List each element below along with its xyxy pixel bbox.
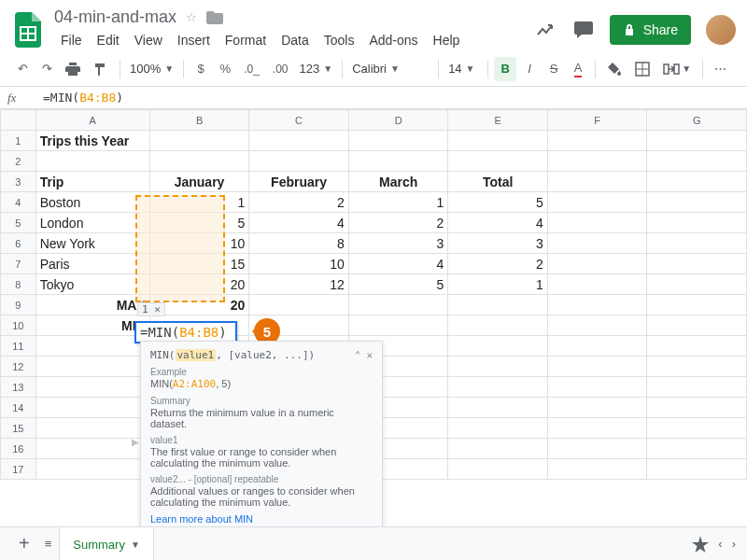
- menu-view[interactable]: View: [128, 29, 169, 51]
- move-folder-icon[interactable]: [206, 11, 223, 24]
- comments-icon[interactable]: [572, 19, 595, 41]
- row-15[interactable]: 15: [1, 418, 36, 439]
- row-11[interactable]: 11: [1, 336, 36, 357]
- scroll-right-icon[interactable]: ›: [732, 537, 736, 551]
- italic-button[interactable]: I: [518, 57, 541, 81]
- star-icon[interactable]: ☆: [186, 10, 197, 24]
- cell-D6[interactable]: 3: [348, 233, 448, 254]
- document-title[interactable]: 04-min-and-max: [54, 7, 176, 27]
- cell-A6[interactable]: New York: [35, 233, 149, 254]
- cell-C3[interactable]: February: [249, 172, 349, 192]
- row-5[interactable]: 5: [1, 213, 36, 233]
- all-sheets-button[interactable]: ≡: [37, 533, 60, 554]
- zoom-select[interactable]: 100%▼: [126, 60, 177, 77]
- avatar[interactable]: [706, 15, 736, 45]
- add-sheet-button[interactable]: +: [11, 529, 37, 558]
- cell-E5[interactable]: 4: [448, 213, 548, 233]
- cell-A9[interactable]: MAX: [35, 295, 149, 315]
- menu-insert[interactable]: Insert: [171, 29, 217, 51]
- select-all-corner[interactable]: [1, 110, 36, 131]
- chevron-right-icon[interactable]: ▶: [132, 437, 139, 447]
- text-color-button[interactable]: A: [567, 57, 589, 81]
- cell-C6[interactable]: 8: [249, 233, 349, 254]
- col-F[interactable]: F: [547, 110, 647, 131]
- row-1[interactable]: 1: [1, 131, 36, 151]
- row-2[interactable]: 2: [1, 151, 36, 172]
- cell-A1[interactable]: Trips this Year: [35, 131, 149, 151]
- cell-B4[interactable]: 1: [149, 192, 249, 213]
- learn-more-link[interactable]: Learn more about MIN: [150, 513, 253, 525]
- row-7[interactable]: 7: [1, 254, 36, 274]
- sheets-logo[interactable]: [11, 13, 45, 47]
- cell-D5[interactable]: 2: [348, 213, 448, 233]
- sheet-tab-summary[interactable]: Summary ▼: [59, 527, 154, 560]
- bold-button[interactable]: B: [494, 57, 516, 81]
- print-icon[interactable]: [60, 57, 86, 81]
- col-B[interactable]: B: [149, 110, 249, 131]
- col-C[interactable]: C: [249, 110, 349, 131]
- redo-icon[interactable]: ↷: [35, 57, 58, 81]
- menu-edit[interactable]: Edit: [91, 29, 126, 51]
- scroll-left-icon[interactable]: ‹: [718, 537, 722, 551]
- percent-icon[interactable]: %: [214, 57, 236, 81]
- cell-A7[interactable]: Paris: [35, 254, 149, 274]
- menu-format[interactable]: Format: [218, 29, 273, 51]
- row-8[interactable]: 8: [1, 274, 36, 295]
- cell-E4[interactable]: 5: [448, 192, 548, 213]
- share-button[interactable]: Share: [610, 15, 691, 45]
- col-D[interactable]: D: [348, 110, 448, 131]
- row-16[interactable]: 16: [1, 439, 36, 459]
- paint-format-icon[interactable]: [88, 57, 114, 81]
- collapse-icon[interactable]: ⌃: [355, 349, 361, 361]
- row-9[interactable]: 9: [1, 295, 36, 315]
- cell-E7[interactable]: 2: [448, 254, 548, 274]
- cell-B8[interactable]: 20: [149, 274, 249, 295]
- row-12[interactable]: 12: [1, 357, 36, 377]
- cell-A4[interactable]: Boston: [35, 192, 149, 213]
- fx-icon[interactable]: fx: [0, 91, 37, 105]
- col-A[interactable]: A: [35, 110, 149, 131]
- cell-A3[interactable]: Trip: [35, 172, 149, 192]
- cell-C4[interactable]: 2: [249, 192, 349, 213]
- currency-icon[interactable]: $: [190, 57, 212, 81]
- close-icon[interactable]: ✕: [366, 349, 373, 361]
- row-13[interactable]: 13: [1, 377, 36, 398]
- cell-E6[interactable]: 3: [448, 233, 548, 254]
- spreadsheet-grid[interactable]: A B C D E F G 1Trips this Year 2 3 Trip …: [0, 109, 747, 480]
- menu-tools[interactable]: Tools: [317, 29, 361, 51]
- menu-help[interactable]: Help: [427, 29, 467, 51]
- merge-button[interactable]: ▼: [657, 57, 697, 81]
- cell-B5[interactable]: 5: [149, 213, 249, 233]
- row-14[interactable]: 14: [1, 398, 36, 418]
- cell-E3[interactable]: Total: [448, 172, 548, 192]
- cell-C7[interactable]: 10: [249, 254, 349, 274]
- cell-B6[interactable]: 10: [149, 233, 249, 254]
- font-select[interactable]: Calibri▼: [348, 60, 432, 77]
- cell-B3[interactable]: January: [149, 172, 249, 192]
- cell-A8[interactable]: Tokyo: [35, 274, 149, 295]
- number-format-select[interactable]: 123▼: [296, 60, 337, 77]
- row-3[interactable]: 3: [1, 172, 36, 192]
- borders-button[interactable]: [629, 57, 655, 81]
- menu-addons[interactable]: Add-ons: [362, 29, 424, 51]
- menu-data[interactable]: Data: [275, 29, 316, 51]
- explore-trend-icon[interactable]: [535, 19, 557, 41]
- cell-D4[interactable]: 1: [348, 192, 448, 213]
- fill-color-button[interactable]: [601, 57, 627, 81]
- cell-D3[interactable]: March: [348, 172, 448, 192]
- strikethrough-button[interactable]: S: [543, 57, 565, 81]
- col-E[interactable]: E: [448, 110, 548, 131]
- cell-C8[interactable]: 12: [249, 274, 349, 295]
- formula-input[interactable]: =MIN(B4:B8): [37, 89, 747, 106]
- cell-E8[interactable]: 1: [448, 274, 548, 295]
- undo-icon[interactable]: ↶: [11, 57, 34, 81]
- row-17[interactable]: 17: [1, 459, 36, 480]
- explore-icon[interactable]: [692, 536, 709, 553]
- decrease-decimal-icon[interactable]: .0_: [238, 57, 265, 81]
- row-6[interactable]: 6: [1, 233, 36, 254]
- font-size-select[interactable]: 14▼: [444, 60, 482, 77]
- cell-B7[interactable]: 15: [149, 254, 249, 274]
- cell-A5[interactable]: London: [35, 213, 149, 233]
- cell-D8[interactable]: 5: [348, 274, 448, 295]
- row-4[interactable]: 4: [1, 192, 36, 213]
